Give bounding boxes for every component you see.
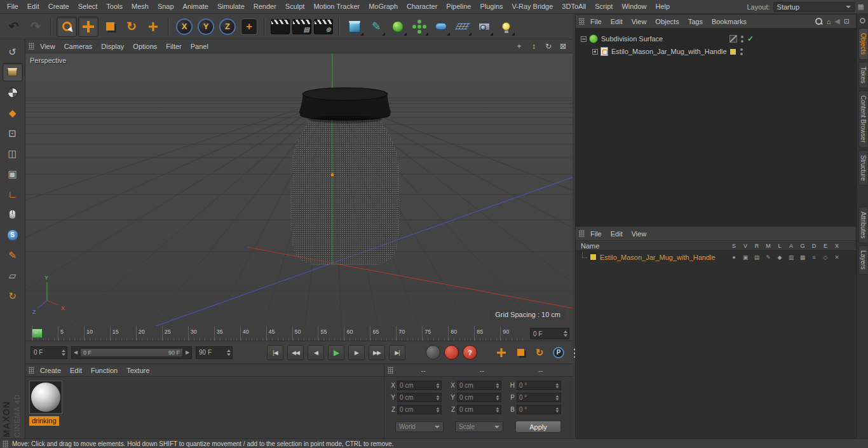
timeline-tick[interactable]: 90: [500, 326, 526, 341]
enabled-check-icon[interactable]: ✓: [747, 34, 754, 43]
previous-frame-button[interactable]: ◀: [308, 345, 324, 360]
layout-select[interactable]: Startup: [773, 2, 855, 12]
menu-item[interactable]: Edit: [23, 0, 44, 13]
timeline-tick[interactable]: 70: [396, 326, 422, 341]
timeline-tick[interactable]: 65: [370, 326, 396, 341]
record-button[interactable]: [426, 345, 440, 360]
column-letter-header[interactable]: M: [763, 241, 774, 251]
previous-key-button[interactable]: ◀◀: [287, 345, 304, 360]
layer-manager-menu-item[interactable]: Edit: [606, 227, 627, 240]
rotation-p-field[interactable]: 0 °: [517, 393, 561, 402]
column-toggle-icon[interactable]: ▥: [785, 254, 797, 261]
frame-range-slider[interactable]: ◀ 0 F 90 F ▶: [71, 346, 192, 359]
column-toggle-icon[interactable]: ▦: [797, 254, 808, 261]
move-tool-button[interactable]: [78, 17, 98, 37]
timeline-tick[interactable]: 45: [266, 326, 292, 341]
autokey-button[interactable]: [444, 345, 459, 360]
field-stepper[interactable]: [495, 383, 500, 388]
timeline-tick[interactable]: 35: [214, 326, 240, 341]
position-y-field[interactable]: 0 cm: [397, 393, 442, 402]
back-arrow-icon[interactable]: ◀: [834, 17, 839, 25]
timeline-tick[interactable]: 15: [110, 326, 136, 341]
menu-item[interactable]: Select: [74, 0, 102, 13]
range-right-arrow-icon[interactable]: ▶: [184, 350, 191, 355]
apply-button[interactable]: Apply: [515, 421, 561, 433]
menu-item[interactable]: Animate: [179, 0, 213, 13]
menu-item[interactable]: 3DToAll: [557, 0, 590, 13]
field-stepper[interactable]: [435, 383, 440, 388]
layer-row-mason-jar[interactable]: Estilo_Mason_Jar_Mug_with_Handle ●▣▤✎◆▥▦…: [576, 251, 856, 263]
record-rotation-button[interactable]: ↻: [532, 345, 547, 360]
rotation-b-field[interactable]: 0 °: [517, 405, 561, 414]
timeline-tick[interactable]: 60: [344, 326, 370, 341]
timeline-tick[interactable]: 55: [318, 326, 344, 341]
make-editable-button[interactable]: ↺: [3, 43, 23, 61]
position-z-field[interactable]: 0 cm: [397, 405, 442, 414]
object-manager-menu-item[interactable]: Tags: [684, 15, 707, 28]
record-position-button[interactable]: [494, 345, 509, 360]
tree-row-mason-jar[interactable]: Estilo_Mason_Jar_Mug_with_Handle: [576, 45, 856, 58]
floor-button[interactable]: [452, 17, 473, 37]
viewport-menu-item[interactable]: Cameras: [60, 40, 97, 53]
size-x-field[interactable]: 0 cm: [457, 381, 501, 390]
tab-takes[interactable]: Takes: [858, 62, 867, 88]
menu-item[interactable]: Render: [249, 0, 281, 13]
column-toggle-icon[interactable]: ≡: [808, 254, 820, 261]
lock-x-axis-button[interactable]: X: [174, 17, 194, 37]
record-scale-button[interactable]: [513, 345, 528, 360]
search-icon[interactable]: [815, 17, 823, 25]
timeline-tick[interactable]: 75: [422, 326, 448, 341]
timeline-tick[interactable]: 85: [474, 326, 500, 341]
size-header[interactable]: --: [453, 367, 510, 374]
menu-item[interactable]: Motion Tracker: [309, 0, 364, 13]
rotation-h-field[interactable]: 0 °: [517, 381, 561, 390]
menu-item[interactable]: Sculpt: [281, 0, 309, 13]
render-picture-viewer-button[interactable]: ▤: [292, 17, 312, 37]
size-z-field[interactable]: 0 cm: [457, 405, 501, 414]
home-icon[interactable]: ⌂: [827, 18, 831, 25]
keyframe-help-button[interactable]: ?: [463, 345, 477, 360]
next-key-button[interactable]: ▶▶: [369, 345, 385, 360]
play-button[interactable]: ▶: [328, 345, 344, 360]
panel-grip-icon[interactable]: [29, 367, 34, 374]
tree-row-subdivision-surface[interactable]: Subdivision Surface ✓: [576, 32, 856, 45]
menu-item[interactable]: V-Ray Bridge: [508, 0, 558, 13]
material-thumbnail[interactable]: [29, 381, 62, 414]
menu-item[interactable]: Create: [44, 0, 74, 13]
live-selection-button[interactable]: [57, 17, 77, 37]
layer-color-chip[interactable]: [729, 48, 736, 55]
column-toggle-icon[interactable]: ✎: [763, 254, 774, 261]
column-letter-header[interactable]: G: [797, 241, 808, 251]
column-toggle-icon[interactable]: ▣: [740, 254, 751, 261]
record-parameters-button[interactable]: P: [551, 345, 566, 360]
rotation-header[interactable]: --: [512, 367, 569, 374]
column-letter-header[interactable]: V: [740, 241, 751, 251]
field-stepper[interactable]: [495, 407, 500, 412]
material-menu-item[interactable]: Function: [86, 364, 122, 377]
lock-workplane-button[interactable]: ▱: [3, 266, 23, 285]
timeline-tick[interactable]: 50: [292, 326, 318, 341]
add-cube-button[interactable]: [344, 17, 365, 37]
enable-axis-button[interactable]: ∟: [3, 185, 23, 203]
render-settings-button[interactable]: ⊛: [313, 17, 334, 37]
mograph-button[interactable]: [409, 17, 430, 37]
tab-structure[interactable]: Structure: [858, 150, 867, 186]
column-toggle-icon[interactable]: ◆: [774, 254, 785, 261]
column-toggle-icon[interactable]: ◇: [820, 254, 831, 261]
scale-tool-button[interactable]: [100, 17, 120, 37]
panel-grip-icon[interactable]: [579, 230, 585, 237]
object-name[interactable]: Subdivision Surface: [601, 35, 663, 43]
layer-object-name[interactable]: Estilo_Mason_Jar_Mug_with_Handle: [600, 254, 715, 261]
menu-item[interactable]: Window: [617, 0, 651, 13]
column-letter-header[interactable]: E: [820, 241, 831, 251]
menu-item[interactable]: Character: [402, 0, 442, 13]
timeline-tick[interactable]: 20: [136, 326, 162, 341]
current-frame-spinner[interactable]: 0 F: [31, 346, 67, 359]
panel-grip-icon[interactable]: [388, 367, 393, 374]
frame-stepper[interactable]: [562, 330, 569, 337]
viewport-3d-scene[interactable]: Y Z X: [25, 53, 573, 326]
volume-button[interactable]: [431, 17, 451, 37]
end-frame-spinner[interactable]: 90 F: [196, 346, 233, 359]
viewport-canvas[interactable]: Y Z X Perspective Grid Spacing : 10 cm: [25, 53, 573, 326]
render-view-button[interactable]: [270, 17, 290, 37]
